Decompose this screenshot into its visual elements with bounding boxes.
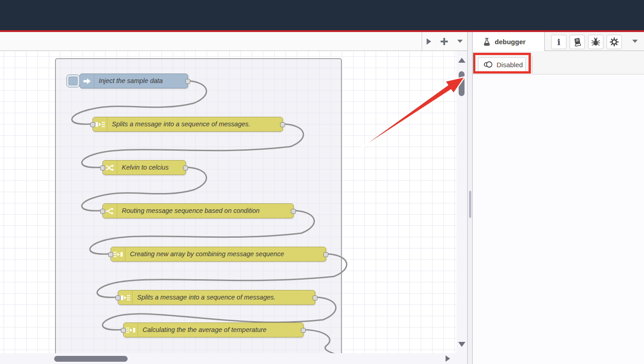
node-label: Splits a message into a sequence of mess… bbox=[107, 117, 255, 131]
app-header bbox=[0, 0, 644, 30]
header-accent-line bbox=[0, 30, 644, 32]
flow-canvas[interactable]: Inject the sample dataSplits a message i… bbox=[0, 51, 456, 353]
annotation-highlight-box bbox=[473, 53, 531, 74]
tabbar-controls bbox=[422, 32, 467, 51]
flow-node-inject1[interactable]: Inject the sample data bbox=[79, 74, 188, 88]
vertical-scrollbar[interactable] bbox=[456, 51, 467, 353]
splitter-grip[interactable] bbox=[469, 191, 471, 218]
inject-node-icon bbox=[80, 74, 94, 88]
add-flow-icon[interactable] bbox=[441, 38, 448, 45]
node-output-port[interactable] bbox=[185, 79, 190, 84]
sidebar-tab-label: debugger bbox=[495, 38, 525, 46]
sidebar: debugger i bbox=[473, 32, 644, 364]
node-input-port[interactable] bbox=[115, 295, 120, 300]
info-button[interactable]: i bbox=[551, 35, 566, 49]
node-input-port[interactable] bbox=[100, 209, 105, 214]
horizontal-scroll-thumb[interactable] bbox=[54, 356, 128, 362]
node-output-port[interactable] bbox=[323, 252, 328, 257]
flow-node-split1[interactable]: Splits a message into a sequence of mess… bbox=[92, 117, 283, 132]
node-label: Routing message sequence based on condit… bbox=[117, 204, 264, 218]
node-input-port[interactable] bbox=[121, 328, 126, 333]
toolbar-separator bbox=[532, 56, 533, 73]
flask-icon bbox=[483, 37, 491, 46]
gear-icon bbox=[610, 37, 619, 46]
node-label: Creating new array by combining message … bbox=[125, 247, 289, 261]
docs-button[interactable] bbox=[570, 35, 585, 49]
wires-layer bbox=[0, 51, 456, 353]
flow-list-dropdown-icon[interactable] bbox=[457, 40, 463, 43]
sidebar-options-chevron[interactable] bbox=[632, 40, 638, 43]
horizontal-scrollbar[interactable] bbox=[0, 353, 467, 364]
wire[interactable] bbox=[306, 330, 414, 353]
scroll-right-icon[interactable] bbox=[446, 355, 450, 362]
scroll-up-icon[interactable] bbox=[458, 58, 465, 63]
node-input-port[interactable] bbox=[100, 166, 105, 170]
node-red-app: Deploy su Inject the sample dataSplits a… bbox=[0, 0, 644, 364]
workspace-tabbar bbox=[0, 32, 467, 51]
node-output-port[interactable] bbox=[291, 209, 296, 214]
node-input-port[interactable] bbox=[90, 122, 95, 127]
node-label: Kelvin to celcius bbox=[117, 161, 173, 175]
node-input-port[interactable] bbox=[108, 252, 113, 257]
sidebar-tab-debugger[interactable]: debugger bbox=[473, 32, 545, 51]
flow-node-join1[interactable]: Creating new array by combining message … bbox=[110, 247, 326, 262]
node-output-port[interactable] bbox=[313, 295, 317, 300]
node-label: Splits a message into a sequence of mess… bbox=[133, 290, 280, 304]
inject-trigger-button[interactable] bbox=[66, 74, 80, 88]
info-icon: i bbox=[557, 37, 560, 47]
sidebar-splitter[interactable] bbox=[467, 32, 473, 364]
flow-node-switch1[interactable]: Routing message sequence based on condit… bbox=[102, 203, 294, 218]
bug-icon bbox=[591, 37, 600, 46]
book-icon bbox=[573, 37, 582, 46]
flow-node-join2[interactable]: Calculating the the average of temperatu… bbox=[123, 323, 304, 337]
settings-button[interactable] bbox=[607, 35, 622, 49]
node-label: Inject the sample data bbox=[94, 74, 167, 88]
node-output-port[interactable] bbox=[183, 166, 188, 170]
flow-node-split2[interactable]: Splits a message into a sequence of mess… bbox=[118, 290, 315, 305]
node-output-port[interactable] bbox=[280, 122, 285, 127]
node-output-port[interactable] bbox=[301, 328, 306, 333]
debug-nodes-button[interactable] bbox=[588, 35, 603, 49]
vertical-scroll-thumb[interactable] bbox=[459, 71, 465, 96]
flow-node-change1[interactable]: Kelvin to celcius bbox=[102, 160, 186, 175]
scroll-tabs-right-icon[interactable] bbox=[427, 38, 431, 45]
scroll-down-icon[interactable] bbox=[458, 342, 465, 347]
node-label: Calculating the the average of temperatu… bbox=[138, 323, 271, 337]
